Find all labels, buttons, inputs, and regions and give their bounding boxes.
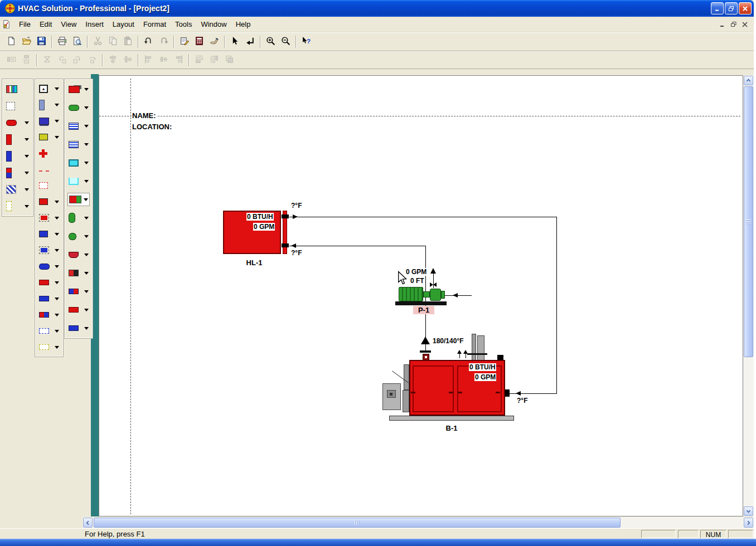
dropdown-arrow[interactable] xyxy=(55,104,59,106)
scroll-down-button[interactable] xyxy=(744,506,753,516)
menu-format[interactable]: Format xyxy=(139,18,171,31)
palette-item-coil-dual[interactable] xyxy=(38,309,60,321)
dropdown-arrow[interactable] xyxy=(55,249,59,252)
new-button[interactable] xyxy=(4,35,19,49)
minimize-button[interactable] xyxy=(711,2,724,14)
select-button[interactable] xyxy=(227,35,243,49)
menu-window[interactable]: Window xyxy=(196,18,231,31)
mdi-close-button[interactable] xyxy=(740,20,749,28)
dropdown-arrow[interactable] xyxy=(84,162,89,164)
palette-item-selection-region[interactable] xyxy=(5,99,30,113)
dropdown-arrow[interactable] xyxy=(25,172,29,174)
menu-view[interactable]: View xyxy=(56,18,81,31)
dropdown-arrow[interactable] xyxy=(25,121,29,124)
dropdown-arrow[interactable] xyxy=(84,327,89,330)
dropdown-arrow[interactable] xyxy=(25,188,29,191)
restore-button[interactable] xyxy=(725,2,738,14)
dropdown-arrow[interactable] xyxy=(84,106,89,109)
dropdown-arrow[interactable] xyxy=(84,125,89,128)
palette-item-expansion-tank[interactable] xyxy=(67,248,90,261)
palette-item-heat-exchanger[interactable] xyxy=(67,156,90,169)
scroll-right-button[interactable] xyxy=(744,518,753,528)
palette-item-zone-room[interactable]: ▴ xyxy=(38,82,60,95)
zoom-in-button[interactable] xyxy=(263,35,278,49)
palette-item-radiator-dual[interactable] xyxy=(5,166,30,179)
palette-item-storage-tank[interactable] xyxy=(67,174,90,188)
vertical-scroll-thumb[interactable] xyxy=(744,86,753,357)
palette-item-coil-chilled-h[interactable] xyxy=(67,321,90,335)
palette-item-unit-heater[interactable] xyxy=(38,131,60,143)
undo-button[interactable] xyxy=(141,35,156,49)
dropdown-arrow[interactable] xyxy=(55,217,59,220)
dropdown-arrow[interactable] xyxy=(55,233,59,236)
palette-item-chiller[interactable] xyxy=(67,119,90,133)
dropdown-arrow[interactable] xyxy=(84,180,89,183)
dropdown-arrow[interactable] xyxy=(55,136,59,139)
horizontal-scroll-thumb[interactable] xyxy=(94,518,621,528)
menu-insert[interactable]: Insert xyxy=(81,18,108,31)
dropdown-arrow[interactable] xyxy=(55,298,59,300)
context-help-button[interactable]: ? xyxy=(299,35,314,49)
palette-item-piping-run[interactable] xyxy=(38,163,60,176)
palette-item-coil-piped-chilled[interactable] xyxy=(38,325,60,337)
dropdown-arrow[interactable] xyxy=(55,314,59,316)
calculator-button[interactable] xyxy=(192,35,207,49)
palette-item-coil-hot[interactable] xyxy=(38,276,60,289)
palette-item-radiator-chilled[interactable] xyxy=(5,149,30,163)
dropdown-arrow[interactable] xyxy=(55,120,59,123)
dropdown-arrow[interactable] xyxy=(25,155,29,158)
dropdown-arrow[interactable] xyxy=(55,330,59,333)
dropdown-arrow[interactable] xyxy=(25,205,29,208)
dropdown-arrow[interactable] xyxy=(55,201,59,203)
palette-item-cooling-tower[interactable] xyxy=(67,138,90,151)
dropdown-arrow[interactable] xyxy=(84,290,89,293)
dropdown-arrow[interactable] xyxy=(84,309,89,311)
palette-item-terminal-unit-chilled-piped[interactable] xyxy=(38,244,60,256)
scroll-left-button[interactable] xyxy=(83,518,93,528)
menu-tools[interactable]: Tools xyxy=(171,18,196,31)
palette-item-coil-hot-h[interactable] xyxy=(67,303,90,316)
dropdown-arrow[interactable] xyxy=(84,272,89,275)
menu-file[interactable]: File xyxy=(14,18,35,31)
mdi-minimize-button[interactable] xyxy=(718,20,727,28)
print-preview-button[interactable] xyxy=(70,35,85,49)
palette-item-boiler[interactable] xyxy=(67,82,90,96)
palette-item-pump-red[interactable] xyxy=(5,116,30,129)
palette-item-radiator-hot[interactable] xyxy=(5,133,30,146)
drawing-canvas[interactable]: NAME: LOCATION: xyxy=(99,75,743,516)
project-properties-button[interactable] xyxy=(177,35,192,49)
connect-button[interactable] xyxy=(243,35,258,49)
palette-item-pump-blue[interactable] xyxy=(38,260,60,272)
palette-item-coil-glycol[interactable] xyxy=(5,199,30,213)
palette-item-coil-chilled[interactable] xyxy=(38,292,60,305)
palette-item-pump-circulator[interactable] xyxy=(67,230,90,243)
design-check-button[interactable] xyxy=(207,35,222,49)
palette-item-terminal-unit-hot-piped[interactable] xyxy=(38,212,60,224)
palette-item-boiler-with-pump[interactable] xyxy=(67,193,90,206)
palette-item-piping-zone[interactable] xyxy=(38,179,60,192)
palette-item-system-diagram[interactable] xyxy=(5,82,30,96)
open-button[interactable] xyxy=(19,35,34,49)
palette-item-pump-green[interactable] xyxy=(67,101,90,114)
mdi-restore-button[interactable] xyxy=(729,20,738,28)
dropdown-arrow[interactable] xyxy=(55,281,59,284)
palette-item-coil-piped-glycol[interactable] xyxy=(38,341,60,353)
menu-edit[interactable]: Edit xyxy=(35,18,56,31)
dropdown-arrow[interactable] xyxy=(84,143,89,146)
palette-item-baseboard-unit[interactable] xyxy=(38,99,60,111)
dropdown-arrow[interactable] xyxy=(55,87,59,90)
palette-item-piping-multi[interactable] xyxy=(5,183,30,196)
palette-item-coil-dual-h[interactable] xyxy=(67,285,90,298)
print-button[interactable] xyxy=(55,35,70,49)
palette-item-terminal-unit-hot[interactable] xyxy=(38,196,60,208)
save-button[interactable] xyxy=(34,35,49,49)
menu-help[interactable]: Help xyxy=(231,18,255,31)
close-button[interactable] xyxy=(739,2,752,14)
dropdown-arrow[interactable] xyxy=(84,217,89,220)
dropdown-arrow[interactable] xyxy=(84,235,89,238)
dropdown-arrow[interactable] xyxy=(55,265,59,268)
palette-item-control-valve[interactable] xyxy=(38,147,60,159)
menu-layout[interactable]: Layout xyxy=(108,18,139,31)
palette-item-fan-coil[interactable] xyxy=(38,115,60,127)
palette-item-terminal-unit-chilled[interactable] xyxy=(38,228,60,240)
